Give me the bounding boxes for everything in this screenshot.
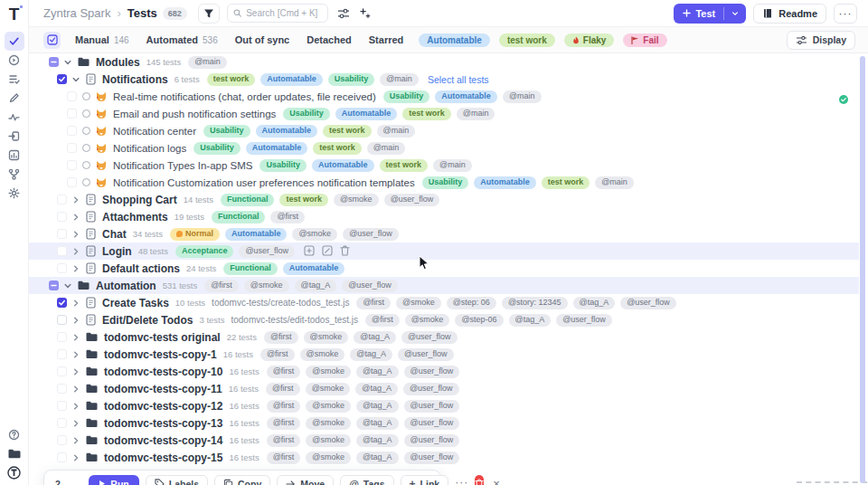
tag-pill[interactable]: @first (204, 280, 239, 292)
suite-row[interactable]: Edit/Delete Todos3 teststodomvc-tests/ed… (29, 311, 859, 328)
row-checkbox-faint[interactable] (67, 109, 77, 119)
tag-pill[interactable]: @tag_A (356, 366, 399, 378)
suite-row[interactable]: Shopping Cart14 testsFunctionaltest work… (29, 191, 859, 208)
tag-pill[interactable]: @tag_A (295, 280, 337, 292)
tag-pill[interactable]: Functional (223, 262, 278, 275)
tag-pill[interactable]: test work (402, 108, 451, 120)
selection-count-link[interactable]: 2 suites (55, 479, 82, 485)
run-button[interactable]: Run (89, 475, 138, 485)
suite-row[interactable]: todomvc-tests-copy-1116 tests@first@smok… (29, 380, 859, 397)
row-checkbox-faint[interactable] (57, 452, 67, 462)
tag-pill[interactable]: @user_flow (398, 348, 454, 361)
tag-pill[interactable]: @main (433, 159, 472, 172)
tag-pill[interactable]: @main (380, 73, 419, 86)
tag-pill[interactable]: @smoke (334, 194, 379, 206)
tag-pill[interactable]: @user_flow (384, 194, 440, 206)
row-checkbox-faint[interactable] (57, 435, 67, 445)
row-checkbox-faint[interactable] (57, 418, 67, 428)
sidebar-item-tests-check[interactable] (5, 32, 24, 51)
test-row[interactable]: Notification Types In-app SMSUsabilityAu… (29, 157, 859, 174)
expander-expand[interactable] (71, 402, 80, 411)
tag-pill[interactable]: Automatable (474, 176, 536, 189)
expander-expand[interactable] (71, 264, 80, 273)
sidebar-item-branch[interactable] (5, 165, 24, 184)
tag-pill[interactable]: @first (270, 211, 305, 223)
test-row[interactable]: Real-time notifications (chat, order upd… (29, 88, 859, 105)
suite-row[interactable]: Chat34 testsNormalAutomatable@smoke@user… (29, 225, 859, 242)
toolbar-more-button[interactable]: ··· (455, 476, 468, 485)
tag-pill[interactable]: @user_flow (401, 331, 458, 344)
row-checkbox-faint[interactable] (57, 195, 67, 204)
row-checkbox-faint[interactable] (67, 143, 77, 153)
vertical-scrollbar[interactable] (860, 56, 865, 483)
tag-pill[interactable]: @main (457, 108, 495, 120)
sidebar-item-analytics-pulse[interactable] (5, 108, 24, 127)
labels-button[interactable]: Labels (146, 475, 208, 485)
expander-expand[interactable] (71, 385, 80, 394)
row-checkbox-faint[interactable] (67, 126, 77, 136)
suite-row[interactable]: Default actions24 testsFunctionalAutomat… (29, 260, 859, 277)
tag-pill[interactable]: test work (323, 125, 372, 138)
suite-row[interactable]: todomvc-tests original22 tests@first@smo… (29, 328, 859, 346)
filter-chip-test-work[interactable]: test work (499, 33, 555, 47)
tag-pill[interactable]: @first (267, 400, 301, 413)
tag-pill[interactable]: Automatable (283, 262, 345, 275)
tag-pill[interactable]: @user_flow (404, 452, 460, 464)
tag-pill[interactable]: @smoke (304, 331, 349, 344)
tag-pill[interactable]: @user_flow (556, 314, 612, 327)
tag-pill[interactable]: test work (542, 176, 590, 189)
row-checkbox-faint[interactable] (57, 401, 67, 411)
test-row[interactable]: Notification logsUsabilityAutomatabletes… (29, 139, 859, 157)
filter-chip-flaky[interactable]: Flaky (564, 33, 615, 47)
sidebar-item-import-box[interactable] (5, 127, 24, 146)
tag-pill[interactable]: Usability (203, 125, 250, 138)
filter-item-detached[interactable]: Detached (307, 34, 352, 45)
tag-pill[interactable]: @user_flow (239, 245, 295, 258)
tag-pill[interactable]: Usability (383, 90, 430, 103)
display-button[interactable]: Display (787, 31, 855, 50)
expander-collapse[interactable] (63, 58, 72, 67)
row-checkbox-ind[interactable] (49, 281, 59, 290)
tag-pill[interactable]: Acceptance (175, 245, 234, 258)
tag-pill[interactable]: @story: 12345 (502, 297, 568, 309)
tag-pill[interactable]: @smoke (306, 417, 351, 430)
tag-pill[interactable]: @smoke (306, 366, 351, 378)
tag-pill[interactable]: @main (377, 125, 416, 138)
suite-row[interactable]: Modules145 tests@main (29, 53, 859, 71)
tag-pill[interactable]: @smoke (396, 297, 441, 309)
suite-row[interactable]: Automation531 tests@first@smoke@tag_A@us… (29, 277, 859, 294)
expander-expand[interactable] (71, 316, 80, 325)
suite-row[interactable]: todomvc-tests-copy-116 tests@first@smoke… (29, 346, 859, 363)
tag-pill[interactable]: @smoke (306, 400, 351, 413)
tag-pill[interactable]: Usability (283, 108, 330, 120)
breadcrumb-project[interactable]: Zyntra Spark (43, 6, 110, 20)
tag-pill[interactable]: @smoke (405, 314, 450, 327)
tag-pill[interactable]: @tag_A (356, 417, 399, 430)
tag-pill[interactable]: test work (313, 142, 362, 155)
adjustments-button[interactable] (337, 8, 350, 19)
tag-pill[interactable]: @tag_A (509, 314, 552, 327)
link-button[interactable]: + Link (401, 475, 449, 485)
tag-pill[interactable]: Normal (170, 228, 220, 241)
tag-pill[interactable]: Automatable (225, 228, 288, 241)
expander-expand[interactable] (71, 333, 80, 342)
row-checkbox-faint[interactable] (57, 263, 67, 273)
tag-pill[interactable]: @smoke (244, 280, 289, 292)
sidebar-item-runs-play[interactable] (5, 51, 24, 70)
suite-row[interactable]: todomvc-tests-copy-1416 tests@first@smok… (29, 432, 859, 449)
expander-collapse[interactable] (63, 281, 72, 290)
tag-pill[interactable]: @first (267, 417, 301, 430)
tag-pill[interactable]: @smoke (306, 434, 351, 447)
tag-pill[interactable]: @first (356, 297, 391, 309)
filter-item-starred[interactable]: Starred (369, 34, 404, 45)
expander-expand[interactable] (71, 247, 80, 256)
filter-item-manual[interactable]: Manual146 (75, 34, 129, 45)
breadcrumb-section[interactable]: Tests (127, 6, 157, 20)
tag-pill[interactable]: test work (207, 73, 256, 86)
tag-pill[interactable]: @user_flow (403, 383, 459, 395)
tag-pill[interactable]: @step: 06 (447, 297, 496, 309)
tag-pill[interactable]: Automatable (435, 90, 497, 103)
move-button[interactable]: Move (277, 475, 334, 485)
tag-pill[interactable]: @user_flow (404, 417, 460, 430)
add-child-button[interactable] (304, 243, 315, 260)
